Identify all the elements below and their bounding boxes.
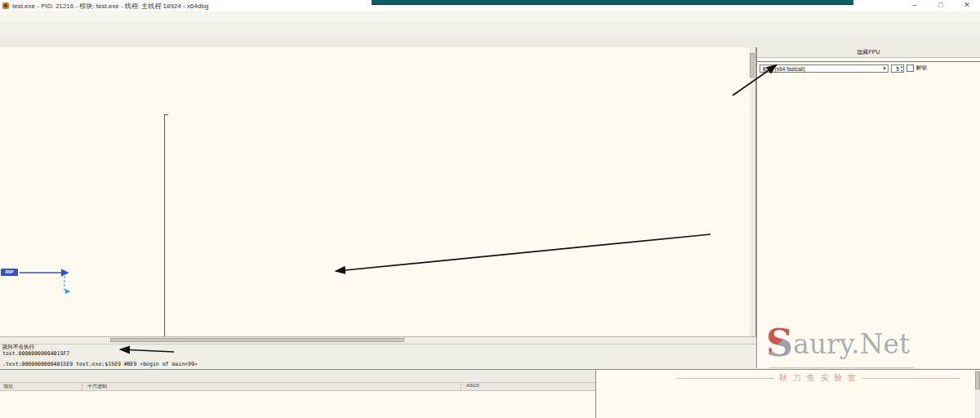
main-tabbar (0, 35, 980, 48)
unlock-checkbox[interactable] (906, 64, 914, 72)
menubar (0, 11, 980, 23)
arg-count-stepper[interactable]: 5▲▼ (891, 64, 904, 73)
disasm-vertical-scrollbar[interactable] (750, 47, 755, 336)
registers-panel[interactable]: 隐藏FPU 默认 (x64 fastcall)▼ 5▲▼ 解锁 (756, 47, 980, 368)
stack-panel[interactable] (595, 369, 980, 418)
toolbar (0, 22, 980, 36)
function-bracket (164, 114, 168, 336)
dump-header-address: 地址 (0, 383, 82, 390)
close-button[interactable]: ✕ (954, 0, 980, 11)
status-jump-target: test.00000000004015F7 (2, 350, 69, 357)
dump-header-ascii: ASCII (461, 383, 595, 390)
status-address-info: .text:00000000004015E9 test.exe:$15E9 #B… (2, 361, 198, 367)
dump-header: 地址 十六进制 ASCII (0, 383, 595, 391)
minimize-button[interactable]: – (902, 0, 928, 11)
unlock-label: 解锁 (916, 64, 927, 72)
rip-badge: RIP (1, 269, 18, 276)
dump-header-hex: 十六进制 (82, 383, 461, 390)
dump-tabbar (0, 370, 595, 383)
background-window-edge (372, 0, 853, 5)
hide-fpu-button[interactable]: 隐藏FPU (757, 47, 980, 58)
status-strip: 跳转不会执行 test.00000000004015F7 .text:00000… (0, 336, 756, 369)
app-icon (2, 2, 9, 9)
calling-convention-select[interactable]: 默认 (x64 fastcall)▼ (760, 64, 889, 73)
maximize-button[interactable]: □ (928, 0, 954, 11)
stack-scrollbar[interactable] (975, 370, 980, 418)
window-title: test.exe - PID: 21216 - 模块: test.exe - 线… (12, 2, 208, 11)
dump-panel[interactable]: 地址 十六进制 ASCII (0, 369, 595, 418)
chevron-down-icon: ▼ (882, 65, 887, 73)
disasm-horizontal-scrollbar[interactable] (0, 336, 756, 345)
disassembly-panel[interactable] (0, 47, 756, 336)
calling-convention-row: 默认 (x64 fastcall)▼ 5▲▼ 解锁 (757, 61, 980, 73)
